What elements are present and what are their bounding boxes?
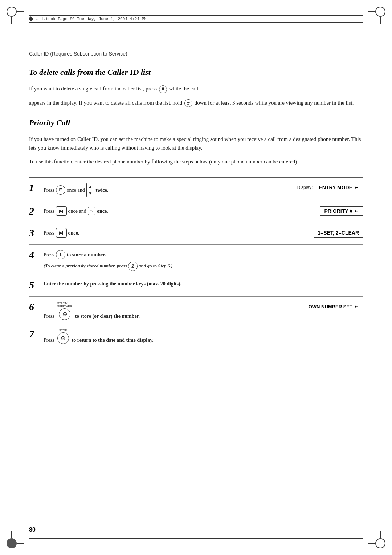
step-number-3: 3 [29,227,44,238]
section1-para1: If you want to delete a single call from… [29,84,363,93]
step-display-2: PRIORITY # ↵ [261,205,363,216]
hash-key-1: # [159,85,167,93]
bottom-line [29,538,363,539]
section1-title: To delete calls from the Caller ID list [29,68,363,77]
display-box-6: OWN NUMBER SET ↵ [305,302,363,311]
corner-mark-tr [371,7,385,21]
two-button: 2 [128,262,138,271]
display-box-3: 1=SET, 2=CLEAR [314,228,363,238]
step-number-6: 6 [29,300,44,312]
forward-button-2: ▶| [56,206,67,216]
page-number: 80 [29,527,36,533]
step-content-2: Press ▶| once and ↑/ once. [44,205,261,216]
forward-button-3: ▶| [56,228,67,238]
step-content-7: Press STOP ⊙ to return to the date and t… [44,328,261,344]
step-number-7: 7 [29,328,44,339]
step-number-1: 1 [29,181,44,193]
steps-container: 1 Press F once and ▲▼ twice. Display: EN… [29,177,363,347]
up-slash-button: ↑/ [88,207,95,215]
start-speicher-button: START/SPEICHER ⊕ [57,302,72,320]
file-info-text: all.book Page 80 Tuesday, June 1, 2004 4… [36,17,147,21]
stop-button: STOP ⊙ [57,329,69,344]
file-info-diamond [28,16,33,21]
step-content-5: Enter the number by pressing the number … [44,279,261,288]
section2-title: Priority Call [29,118,363,127]
step-number-5: 5 [29,279,44,290]
corner-mark-bl [7,534,21,548]
f-button: F [56,185,65,195]
step-display-7 [261,328,363,329]
step-row-1: 1 Press F once and ▲▼ twice. Display: EN… [29,178,363,201]
step-row-3: 3 Press ▶| once. 1=SET, 2=CLEAR [29,223,363,245]
display-box-1: ENTRY MODE ↵ [315,183,363,192]
step-display-4 [261,248,363,250]
step-display-6: OWN NUMBER SET ↵ [261,300,363,311]
step-row-2: 2 Press ▶| once and ↑/ once. PRIORITY # … [29,201,363,223]
page-subtitle: Caller ID (Requires Subscription to Serv… [29,51,363,57]
step-row-7: 7 Press STOP ⊙ to return to the date and… [29,324,363,348]
step4-substep: (To clear a previously stored number, pr… [44,262,261,271]
corner-mark-tl [7,7,21,21]
step-number-4: 4 [29,248,44,260]
step-row-4: 4 Press 1 to store a number. (To clear a… [29,245,363,275]
section2-para1: If you have turned on Caller ID, you can… [29,135,363,152]
step-display-3: 1=SET, 2=CLEAR [261,227,363,238]
section1-para2: appears in the display. If you want to d… [29,98,363,108]
step-content-4: Press 1 to store a number. (To clear a p… [44,248,261,271]
corner-mark-br [371,534,385,548]
step-display-1: Display: ENTRY MODE ↵ [261,181,363,192]
section2-para2: To use this function, enter the desired … [29,157,363,166]
hash-key-2: # [184,99,192,107]
step-content-3: Press ▶| once. [44,227,261,238]
step-display-5 [261,279,363,280]
step-content-6: Press START/SPEICHER ⊕ to store (or clea… [44,300,261,320]
step-row-6: 6 Press START/SPEICHER ⊕ to store (or cl… [29,297,363,324]
one-button: 1 [56,250,65,259]
step-number-2: 2 [29,205,44,216]
file-info-bar: all.book Page 80 Tuesday, June 1, 2004 4… [29,15,363,23]
step-row-5: 5 Enter the number by pressing the numbe… [29,275,363,297]
display-box-2: PRIORITY # ↵ [320,206,363,216]
updown-button: ▲▼ [86,183,94,197]
step-content-1: Press F once and ▲▼ twice. [44,181,261,197]
